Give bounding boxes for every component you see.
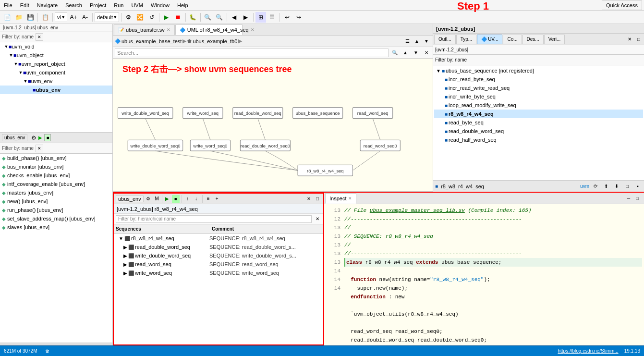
search-prev-btn[interactable]: ▲ [401, 49, 410, 57]
code-content-area[interactable]: 1312131313 1313141414 // File ubus_examp… [324, 204, 644, 345]
right-tab-co[interactable]: Co... [503, 35, 522, 44]
menu-run[interactable]: Run [112, 1, 125, 9]
menu-search[interactable]: Search [63, 1, 84, 9]
path-menu-btn[interactable]: ☰ [403, 37, 412, 46]
path-down-btn[interactable]: ▼ [422, 37, 431, 46]
tab-uml-seq[interactable]: 🔷 UML of r8_w8_r4_w4_seq ✕ [175, 25, 243, 35]
bottom-toolbar-btn2[interactable]: M [153, 195, 161, 203]
bt-close-btn[interactable]: ✕ [305, 195, 313, 203]
search-close-btn[interactable]: ✕ [422, 49, 431, 57]
save-btn[interactable]: 💾 [25, 12, 36, 23]
menu-window[interactable]: Window [149, 1, 171, 9]
func-masters[interactable]: ◆ masters [ubus_env] [0, 188, 112, 197]
zoom-out-btn[interactable]: 🔍 [214, 12, 225, 23]
copy-btn[interactable]: 📋 [40, 12, 50, 23]
right-bottom-btn5[interactable]: ▪ [633, 182, 642, 191]
bt-btn4[interactable]: ↓ [193, 195, 200, 203]
code-tab-inspect[interactable]: Inspect ✕ [325, 193, 356, 204]
tree-toggle4[interactable]: ▼ [18, 70, 23, 75]
right-bottom-btn2[interactable]: ⬆ [602, 182, 610, 191]
grid-btn[interactable]: ⊞ [255, 12, 266, 23]
path-part2[interactable]: ubus_example_tb0 [193, 38, 237, 44]
bottom-tab-main[interactable]: ubus_env [116, 196, 144, 202]
tab-ubus-transfer[interactable]: 📝 ubus_transfer.sv ✕ [114, 25, 175, 35]
filter-clear-btn[interactable]: ✕ [36, 33, 43, 41]
font-a-minus[interactable]: A- [80, 12, 90, 23]
tree-toggle3[interactable]: ▼ [13, 61, 18, 66]
seq-filter-clear-btn[interactable]: ✕ [314, 215, 321, 223]
tree-ubus-env[interactable]: ■ ubus_env [0, 86, 112, 94]
bottom-run-btn[interactable]: ▶ [163, 195, 171, 203]
func-build-phase[interactable]: ◆ build_phase() [ubus_env] [0, 154, 112, 162]
zoom-in-btn[interactable]: 🔍 [203, 12, 213, 23]
bottom-toolbar-btn1[interactable]: ⚙ [145, 195, 152, 203]
font-a-plus[interactable]: A+ [68, 12, 79, 23]
branch-btn[interactable]: 🔀 [135, 12, 146, 23]
code-panel-min-btn[interactable]: ─ [625, 195, 632, 202]
refresh-btn[interactable]: ↺ [146, 12, 157, 23]
menu-uvm[interactable]: UVM [129, 1, 145, 9]
right-panel-max-btn[interactable]: □ [634, 35, 643, 44]
uml-diagram[interactable]: Step 2 右击—> show uvm sequences tree writ… [113, 59, 433, 192]
seq-toggle0[interactable]: ▼ [119, 236, 123, 241]
new-btn[interactable]: 📄 [2, 12, 12, 23]
seq-filter-input[interactable] [116, 215, 312, 223]
right-bottom-btn4[interactable]: □ [623, 182, 632, 191]
vi-dropdown[interactable]: vi ▾ [55, 12, 67, 22]
left-bottom-btn2[interactable]: ▶ [38, 135, 42, 140]
tree-uvm-object[interactable]: ▼ ■ uvm_object [0, 51, 112, 60]
default-dropdown[interactable]: default ▾ [95, 12, 119, 22]
quick-access-button[interactable]: Quick Access [602, 0, 642, 10]
bt-btn3[interactable]: ↑ [184, 195, 192, 203]
status-delete-icon[interactable]: 🗑 [45, 348, 50, 354]
seq-toggle2[interactable]: ▶ [123, 253, 127, 258]
tree-toggle5[interactable]: ▼ [23, 79, 28, 84]
tab-close-2[interactable]: ✕ [251, 27, 255, 32]
menu-project[interactable]: Project [88, 1, 108, 9]
right-tab-outl[interactable]: Outl... [434, 35, 456, 44]
tree-toggle[interactable]: ▼ [4, 44, 9, 49]
func-intf[interactable]: ◆ intf_coverage_enable [ubus_env] [0, 180, 112, 188]
forward-btn[interactable]: ▶ [241, 12, 251, 23]
tree-uvm-report-object[interactable]: ▼ ■ uvm_report_object [0, 60, 112, 68]
right-bottom-btn1[interactable]: ⟳ [591, 182, 600, 191]
right-tab-des[interactable]: Des... [522, 35, 544, 44]
func-new[interactable]: ◆ new() [ubus_env] [0, 197, 112, 206]
tree-uvm-component[interactable]: ▼ ■ uvm_component [0, 68, 112, 77]
stop-btn[interactable]: ⏹ [173, 12, 183, 23]
menu-edit[interactable]: Edit [18, 1, 31, 9]
search-icon[interactable]: 🔍 [390, 49, 399, 57]
r-tree-r8-seq[interactable]: ■ r8_w8_r4_w4_seq [434, 110, 643, 118]
menu-file[interactable]: File [2, 1, 14, 9]
bt-max-btn[interactable]: □ [314, 195, 321, 203]
right-panel-close-btn[interactable]: ✕ [625, 35, 634, 44]
tree-uvm-env[interactable]: ▼ ■ uvm_env [0, 77, 112, 86]
path-part1[interactable]: ubus_example_base_test [122, 38, 182, 44]
back-btn[interactable]: ◀ [229, 12, 240, 23]
right-tab-veri[interactable]: Veri... [544, 35, 565, 44]
filter-clear-btn2[interactable]: ✕ [36, 145, 43, 152]
settings-btn[interactable]: ⚙ [123, 12, 134, 23]
search-next-btn[interactable]: ▼ [412, 49, 420, 57]
list-btn[interactable]: ☰ [267, 12, 278, 23]
tree-toggle2[interactable]: ▼ [9, 53, 13, 58]
path-up-btn[interactable]: ▲ [413, 37, 421, 46]
seq-row-4[interactable]: ▶ ⬛ write_word_seq SEQUENCE: write_word_… [114, 269, 323, 277]
func-checks[interactable]: ◆ checks_enable [ubus_env] [0, 171, 112, 180]
r-tree-incr-rwr[interactable]: ■ incr_read_write_read_seq [434, 84, 643, 92]
menu-help[interactable]: Help [175, 1, 190, 9]
menu-navigate[interactable]: Navigate [35, 1, 60, 9]
bottom-status-btn[interactable]: ■ [172, 195, 180, 203]
bt-btn5[interactable]: ≡ [205, 195, 212, 203]
r-tree-incr-write[interactable]: ■ incr_write_byte_seq [434, 92, 643, 101]
right-tab-typ[interactable]: Typ... [456, 35, 476, 44]
func-run-phase[interactable]: ◆ run_phase() [ubus_env] [0, 206, 112, 214]
redo-btn[interactable]: ↪ [293, 12, 304, 23]
left-bottom-tab[interactable]: ubus_env [2, 134, 27, 141]
open-btn[interactable]: 📁 [13, 12, 24, 23]
code-panel-max-btn[interactable]: □ [633, 195, 641, 202]
tree-uvm-void[interactable]: ▼ ■ uvm_void [0, 42, 112, 51]
status-link[interactable]: https://blog.csdn.ne/Stimm... [558, 348, 618, 354]
seq-toggle4[interactable]: ▶ [123, 270, 127, 276]
undo-btn[interactable]: ↩ [282, 12, 292, 23]
